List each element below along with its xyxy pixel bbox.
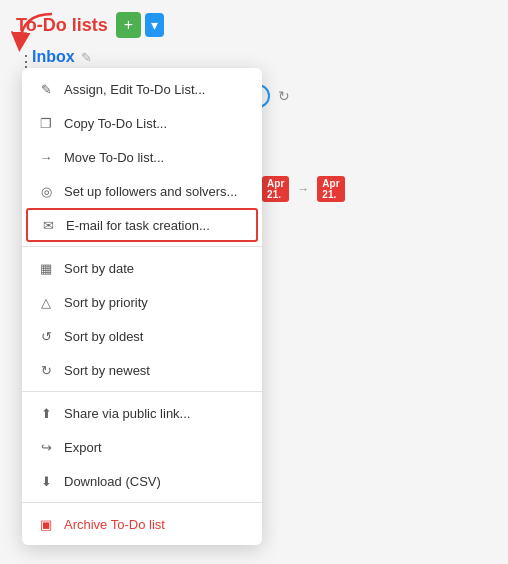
menu-icon-move: → xyxy=(38,149,54,165)
menu-label-followers: Set up followers and solvers... xyxy=(64,184,237,199)
menu-icon-download: ⬇ xyxy=(38,473,54,489)
menu-item-move[interactable]: →Move To-Do list... xyxy=(22,140,262,174)
menu-icon-sort-newest: ↻ xyxy=(38,362,54,378)
dropdown-button[interactable]: ▾ xyxy=(145,13,164,37)
menu-item-sort-oldest[interactable]: ↺Sort by oldest xyxy=(22,319,262,353)
header: To-Do lists + ▾ xyxy=(0,0,508,46)
menu-item-email[interactable]: ✉E-mail for task creation... xyxy=(26,208,258,242)
menu-label-sort-oldest: Sort by oldest xyxy=(64,329,144,344)
menu-icon-export: ↪ xyxy=(38,439,54,455)
menu-item-export[interactable]: ↪Export xyxy=(22,430,262,464)
menu-item-sort-priority[interactable]: △Sort by priority xyxy=(22,285,262,319)
page-title: To-Do lists xyxy=(16,15,108,36)
menu-label-sort-date: Sort by date xyxy=(64,261,134,276)
menu-icon-archive: ▣ xyxy=(38,516,54,532)
menu-icon-copy: ❐ xyxy=(38,115,54,131)
menu-label-assign-edit: Assign, Edit To-Do List... xyxy=(64,82,205,97)
menu-label-share: Share via public link... xyxy=(64,406,190,421)
add-button[interactable]: + xyxy=(116,12,141,38)
menu-item-copy[interactable]: ❐Copy To-Do List... xyxy=(22,106,262,140)
menu-icon-assign-edit: ✎ xyxy=(38,81,54,97)
menu-icon-sort-priority: △ xyxy=(38,294,54,310)
divider-divider2 xyxy=(22,391,262,392)
edit-icon[interactable]: ✎ xyxy=(81,50,92,65)
menu-label-export: Export xyxy=(64,440,102,455)
menu-item-archive[interactable]: ▣Archive To-Do list xyxy=(22,507,262,541)
divider-divider3 xyxy=(22,502,262,503)
menu-item-sort-date[interactable]: ▦Sort by date xyxy=(22,251,262,285)
menu-label-copy: Copy To-Do List... xyxy=(64,116,167,131)
menu-label-email: E-mail for task creation... xyxy=(66,218,210,233)
inbox-label: Inbox xyxy=(32,48,75,66)
menu-label-archive: Archive To-Do list xyxy=(64,517,165,532)
menu-label-sort-newest: Sort by newest xyxy=(64,363,150,378)
dropdown-menu: ✎Assign, Edit To-Do List...❐Copy To-Do L… xyxy=(22,68,262,545)
menu-item-followers[interactable]: ◎Set up followers and solvers... xyxy=(22,174,262,208)
refresh-icon[interactable]: ↻ xyxy=(278,88,290,104)
menu-item-sort-newest[interactable]: ↻Sort by newest xyxy=(22,353,262,387)
menu-item-download[interactable]: ⬇Download (CSV) xyxy=(22,464,262,498)
menu-label-sort-priority: Sort by priority xyxy=(64,295,148,310)
menu-item-share[interactable]: ⬆Share via public link... xyxy=(22,396,262,430)
menu-icon-followers: ◎ xyxy=(38,183,54,199)
menu-label-move: Move To-Do list... xyxy=(64,150,164,165)
menu-icon-sort-oldest: ↺ xyxy=(38,328,54,344)
arrow-right-icon: → xyxy=(297,182,309,196)
menu-icon-sort-date: ▦ xyxy=(38,260,54,276)
menu-label-download: Download (CSV) xyxy=(64,474,161,489)
divider-divider1 xyxy=(22,246,262,247)
date-to: Apr21. xyxy=(317,176,344,202)
inbox-row: Inbox ✎ xyxy=(32,48,92,66)
menu-icon-email: ✉ xyxy=(40,217,56,233)
menu-item-assign-edit[interactable]: ✎Assign, Edit To-Do List... xyxy=(22,72,262,106)
date-from: Apr21. xyxy=(262,176,289,202)
menu-icon-share: ⬆ xyxy=(38,405,54,421)
